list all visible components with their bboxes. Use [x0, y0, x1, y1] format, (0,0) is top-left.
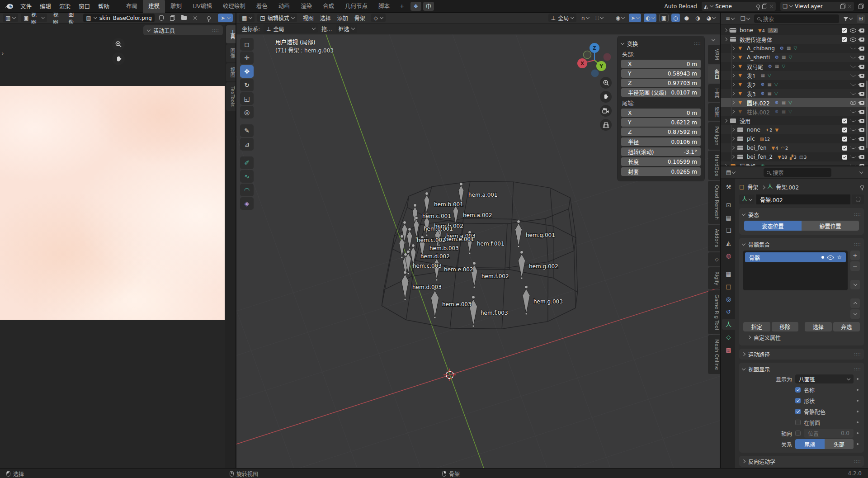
collapse-sidebar-button[interactable] — [707, 36, 720, 44]
checkbox-on[interactable] — [842, 155, 847, 160]
camera-view-button[interactable] — [600, 105, 612, 117]
axes-checkbox[interactable] — [795, 431, 801, 436]
collection-action-button[interactable]: 指定 — [743, 322, 770, 331]
outliner-item-name[interactable]: A_chibang — [747, 45, 775, 52]
rest-position-button[interactable]: 静置位置 — [802, 221, 859, 231]
axis-neg-y-handle[interactable] — [584, 51, 591, 59]
expand-arrow-icon[interactable] — [731, 101, 735, 104]
sidebar-tab[interactable]: Quad Remesh — [708, 181, 720, 224]
solo-dot-icon[interactable] — [821, 256, 824, 259]
pose-panel-header[interactable]: 姿态 ∷∷ — [742, 210, 861, 219]
sidebar-tab[interactable]: Game Rig Tool — [708, 290, 720, 334]
display-checkbox[interactable] — [795, 387, 801, 393]
animate-dot-icon[interactable] — [857, 411, 859, 412]
outliner-item-name[interactable]: 双马尾 — [747, 63, 763, 71]
zoom-button[interactable] — [600, 77, 612, 89]
expand-arrow-icon[interactable] — [731, 110, 735, 114]
sidebar-tab[interactable]: Addons — [708, 225, 720, 251]
transform-field[interactable]: 半径0.0106 m — [621, 137, 701, 146]
collection-action-button[interactable]: 弃选 — [833, 322, 860, 331]
eye-closed-icon[interactable] — [850, 46, 856, 49]
outliner-row[interactable]: ▼ 发1 ▦ ▽ — [721, 71, 868, 80]
sidebar-tab[interactable]: 条目 — [708, 65, 720, 83]
menu-item[interactable]: 文件 — [16, 2, 36, 10]
custom-properties-panel[interactable]: 自定义属性 — [742, 332, 861, 342]
sidebar-tab[interactable]: 视图 — [226, 63, 236, 81]
perspective-toggle-button[interactable] — [600, 119, 612, 131]
tool-button[interactable]: ◱ — [240, 92, 254, 105]
sidebar-tab[interactable]: Poliigon — [708, 122, 720, 150]
expand-arrow-icon[interactable] — [731, 155, 735, 159]
properties-tab[interactable]: ⊡ — [722, 199, 735, 210]
collection-specials-button[interactable] — [850, 280, 860, 289]
extras-icon[interactable] — [859, 4, 863, 9]
expand-arrow-icon[interactable] — [731, 65, 735, 68]
outliner-scrollbar[interactable] — [866, 80, 868, 148]
outliner-row[interactable]: bei_fen ▼ 4 ◠ 2 — [721, 143, 868, 152]
expand-arrow-icon[interactable] — [731, 74, 735, 77]
workspace-tab[interactable]: 布局 — [121, 0, 143, 13]
new-image-button[interactable] — [168, 14, 177, 22]
expand-arrow-icon[interactable] — [724, 28, 727, 32]
collection-action-button[interactable]: 移除 — [772, 322, 799, 331]
tool-button[interactable]: ◎ — [240, 106, 254, 118]
transform-field[interactable]: Z0.97703 m — [621, 79, 701, 87]
outliner-item-name[interactable]: none — [747, 127, 760, 133]
properties-tab[interactable]: ◇ — [722, 331, 735, 342]
new-collection-button[interactable]: ⊞ — [857, 14, 865, 23]
workspace-tab[interactable]: UV编辑 — [187, 0, 217, 13]
outliner-row[interactable]: 摄像机 ◉ — [721, 161, 868, 166]
show-gizmo-toggle[interactable]: ➤ — [629, 14, 641, 22]
outliner-item-name[interactable]: 柱体.002 — [747, 108, 770, 116]
outliner-filter-dropdown[interactable]: ❏ — [739, 14, 751, 23]
addon-logo-button[interactable]: ❖ — [410, 2, 421, 11]
eye-closed-icon[interactable] — [850, 64, 856, 67]
sidebar-tab[interactable]: 视图 — [708, 103, 720, 121]
remove-collection-button[interactable]: − — [850, 261, 860, 271]
sidebar-tab[interactable]: TexTools — [226, 82, 236, 111]
camera-toggle-icon[interactable] — [859, 101, 864, 105]
image-datablock-field[interactable]: ▨ skin_BaseColor.png — [83, 14, 155, 22]
camera-toggle-icon[interactable] — [859, 47, 864, 51]
delete-scene-icon[interactable] — [769, 4, 774, 8]
show-overlays-toggle[interactable]: ◐ — [644, 14, 656, 22]
properties-tab[interactable]: ▦ — [722, 268, 735, 279]
eye-open-icon[interactable] — [850, 28, 856, 33]
pan-button[interactable] — [600, 91, 612, 103]
image-editor-canvas[interactable]: › 活动工具 ∷∷ — [0, 24, 225, 468]
eye-closed-icon[interactable] — [850, 128, 856, 131]
menu-item[interactable]: 骨架 — [351, 14, 368, 22]
tool-button[interactable]: ⊿ — [240, 138, 254, 151]
snap-toggle[interactable]: ∩ — [579, 14, 591, 22]
panel-grip-icon[interactable]: ∷∷ — [854, 212, 861, 217]
outliner-row[interactable]: ▼ 柱体.002 ⚙ ▦ — [721, 107, 868, 116]
breadcrumb-object[interactable]: 骨架 — [747, 183, 758, 191]
workspace-tab[interactable]: 合成 — [317, 0, 340, 13]
transform-field[interactable]: 长度0.10599 m — [621, 157, 701, 166]
outliner-item-name[interactable]: plc — [747, 136, 755, 142]
orientation-dropdown[interactable]: ⊥ 全局 — [548, 14, 576, 22]
properties-tab[interactable]: ▩ — [722, 344, 735, 355]
transform-field[interactable]: Y0.6212 m — [621, 118, 701, 127]
outliner-item-name[interactable]: bei_fen — [747, 145, 767, 151]
tool-button[interactable]: ✛ — [240, 52, 254, 64]
menu-item[interactable]: 编辑 — [36, 2, 55, 10]
sidebar-tab[interactable]: VRM — [708, 45, 720, 64]
bone-collection-item[interactable]: 骨骼 ☆ — [745, 252, 846, 262]
copy-view-layer-icon[interactable] — [840, 4, 845, 9]
workspace-tab[interactable]: 几何节点 — [340, 0, 373, 13]
sidebar-tab[interactable]: Rigify — [708, 267, 720, 289]
outliner-row[interactable]: bei_fen_2 ▼ 18 ▞ 3 — [721, 152, 868, 161]
mode-dropdown[interactable]: ◳ 编辑模式 — [257, 14, 297, 22]
camera-toggle-icon[interactable] — [859, 56, 864, 60]
head-button[interactable]: 头部 — [825, 439, 854, 449]
editor-type-button[interactable]: ▤ — [724, 168, 737, 177]
tool-button[interactable]: ◠ — [240, 184, 254, 196]
orientation-setting-dropdown[interactable]: ⊥ 全局 — [264, 24, 318, 33]
add-collection-button[interactable]: + — [850, 251, 860, 260]
camera-toggle-icon[interactable] — [859, 137, 864, 141]
animate-dot-icon[interactable] — [857, 389, 859, 391]
zoom-in-button[interactable] — [112, 38, 125, 51]
axis-neg-x-handle[interactable] — [604, 53, 611, 61]
outliner-item-name[interactable]: bone — [740, 27, 753, 33]
